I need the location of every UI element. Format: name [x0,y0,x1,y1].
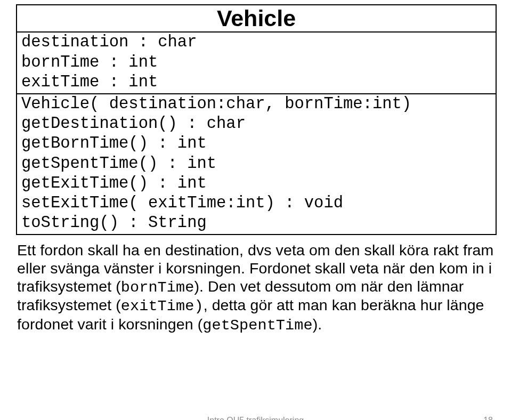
attr-line: destination : char [21,33,491,52]
op-line: getDestination() : char [21,114,491,134]
text: ). [313,316,322,333]
attr-line: exitTime : int [21,72,491,92]
uml-operations: Vehicle( destination:char, bornTime:int)… [17,93,496,234]
op-line: getSpentTime() : int [21,154,491,174]
footer-title: Intro OU5 trafiksimulering [0,416,511,420]
code-inline: getSpentTime [202,317,312,334]
code-inline: exitTime) [121,297,204,315]
footer-page-number: 18 [483,416,493,420]
op-line: getBornTime() : int [21,134,491,154]
op-line: getExitTime() : int [21,174,491,193]
op-line: setExitTime( exitTime:int) : void [21,193,491,213]
uml-class-box: Vehicle destination : char bornTime : in… [16,4,497,235]
code-inline: bornTime [121,279,194,296]
uml-attributes: destination : char bornTime : int exitTi… [17,31,496,93]
attr-line: bornTime : int [21,53,491,72]
description-paragraph: Ett fordon skall ha en destination, dvs … [16,241,495,334]
op-line: toString() : String [21,213,491,233]
uml-title: Vehicle [17,5,496,31]
op-line: Vehicle( destination:char, bornTime:int) [21,94,491,114]
slide: Vehicle destination : char bornTime : in… [0,0,511,420]
